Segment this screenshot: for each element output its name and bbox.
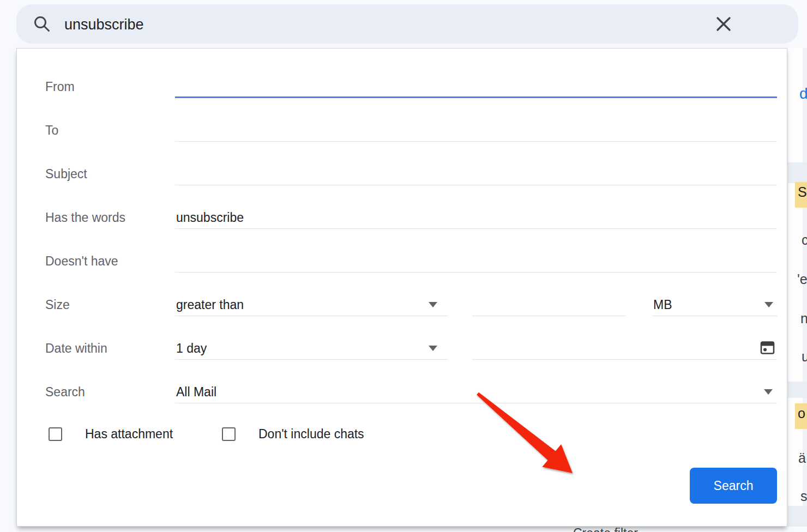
chevron-down-icon — [764, 302, 773, 307]
to-label: To — [45, 123, 58, 138]
subject-input[interactable] — [175, 164, 777, 185]
date-input[interactable] — [472, 338, 777, 360]
has-words-value: unsubscribe — [175, 210, 244, 225]
size-amount-value — [472, 298, 473, 312]
date-within-label: Date within — [45, 341, 107, 356]
size-unit-select[interactable]: MB — [652, 295, 778, 316]
email-text-fragment: d — [799, 85, 807, 102]
search-icon — [33, 15, 51, 33]
create-filter-button[interactable]: Create filter — [562, 522, 649, 532]
checkbox-icon[interactable] — [222, 427, 236, 441]
highlighted-text-fragment: o — [795, 403, 807, 429]
subject-label: Subject — [45, 166, 87, 182]
doesnt-have-value — [175, 254, 176, 268]
to-value — [175, 123, 176, 137]
chevron-down-icon — [764, 389, 773, 395]
email-text-fragment: s — [800, 488, 807, 504]
chevron-down-icon — [429, 346, 437, 351]
size-operator-select[interactable]: greater than — [175, 295, 448, 316]
email-row-band — [788, 382, 807, 398]
size-unit-value: MB — [652, 298, 672, 312]
dont-include-chats-checkbox[interactable]: Don't include chats — [222, 427, 364, 442]
email-text-fragment: n — [800, 311, 807, 327]
from-label: From — [45, 79, 75, 94]
search-scope-select[interactable]: All Mail — [175, 382, 777, 403]
doesnt-have-label: Doesn't have — [45, 253, 118, 269]
email-text-fragment: ä — [798, 450, 806, 466]
highlighted-text-fragment: S — [795, 182, 807, 208]
email-row-band — [788, 506, 807, 527]
email-row-band — [788, 162, 807, 183]
search-filter-panel: From To Subject Has the words unsubscrib… — [16, 48, 787, 527]
size-amount-input[interactable] — [472, 295, 626, 316]
subject-value — [175, 167, 176, 181]
close-icon[interactable] — [715, 16, 732, 32]
email-text-fragment: u — [802, 349, 807, 365]
search-button[interactable]: Search — [690, 468, 777, 504]
chevron-down-icon — [429, 302, 437, 307]
has-words-input[interactable]: unsubscribe — [175, 208, 777, 229]
has-words-label: Has the words — [45, 210, 125, 225]
background-email-list: d S c 'e n u o ä s — [788, 48, 807, 527]
search-input[interactable] — [63, 4, 665, 45]
date-range-value: 1 day — [175, 341, 207, 355]
search-scope-value: All Mail — [175, 385, 216, 399]
from-input[interactable] — [175, 77, 777, 98]
size-operator-value: greater than — [175, 298, 244, 312]
has-attachment-checkbox[interactable]: Has attachment — [49, 427, 173, 442]
email-text-fragment: c — [802, 232, 807, 248]
from-value — [175, 80, 176, 94]
dont-include-chats-label: Don't include chats — [258, 427, 364, 442]
to-input[interactable] — [175, 120, 777, 142]
search-scope-label: Search — [45, 384, 85, 400]
date-range-select[interactable]: 1 day — [175, 338, 448, 360]
email-text-fragment: 'e — [797, 271, 807, 287]
date-value — [472, 341, 473, 355]
size-label: Size — [45, 297, 70, 312]
calendar-icon[interactable] — [760, 340, 775, 355]
has-attachment-label: Has attachment — [85, 427, 173, 442]
checkbox-icon[interactable] — [49, 427, 62, 441]
gmail-search-bar — [16, 4, 798, 44]
doesnt-have-input[interactable] — [175, 251, 777, 273]
